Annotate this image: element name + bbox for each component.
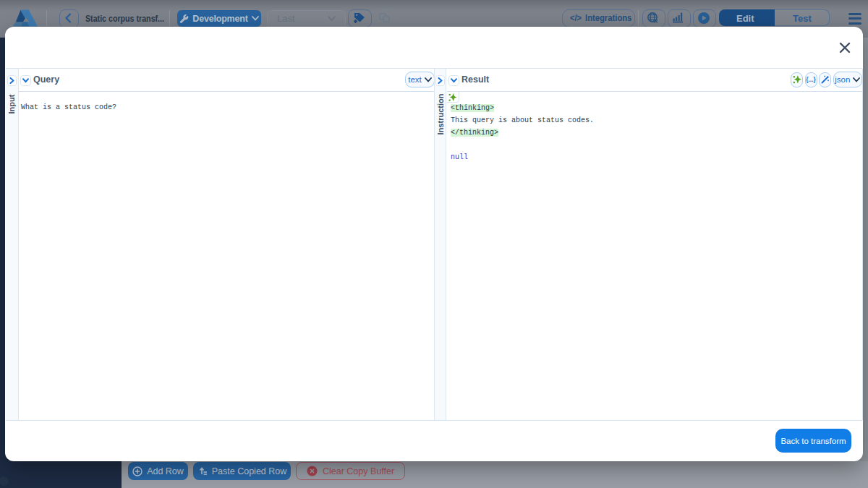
svg-text:R: R <box>654 19 658 24</box>
